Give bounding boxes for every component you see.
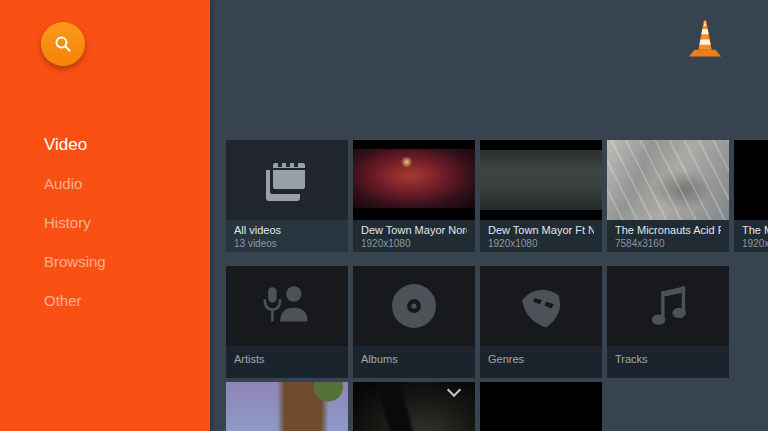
tile-caption: Genres (480, 346, 602, 378)
video-thumbnail (353, 382, 475, 431)
chevron-mark (447, 383, 461, 397)
video-thumbnail (734, 140, 768, 220)
artist-icon (226, 266, 348, 346)
tile-title: Genres (488, 353, 594, 366)
sidebar-item-browsing[interactable]: Browsing (0, 242, 210, 281)
tile-video-bunny[interactable] (226, 382, 348, 431)
tile-caption: The Micronauts Acid Party [0.. 7584x3160 (607, 220, 729, 252)
tile-title: All videos (234, 224, 340, 237)
tile-video-2[interactable]: Dew Town Mayor Ft Noël Ras.. 1920x1080 (480, 140, 602, 252)
search-button[interactable] (41, 22, 85, 66)
track-icon (607, 266, 729, 346)
tile-video-1[interactable]: Dew Town Mayor Nord Strea.. 1920x1080 (353, 140, 475, 252)
album-icon (353, 266, 475, 346)
tile-title: Dew Town Mayor Ft Noël Ras.. (488, 224, 594, 237)
tile-video-4[interactable]: The M 1920x1 (734, 140, 768, 252)
tile-caption: Dew Town Mayor Ft Noël Ras.. 1920x1080 (480, 220, 602, 252)
tile-all-videos[interactable]: All videos 13 videos (226, 140, 348, 252)
tile-title: Artists (234, 353, 340, 366)
sidebar-item-video[interactable]: Video (0, 125, 210, 164)
tile-subtitle: 13 videos (234, 238, 340, 250)
tile-subtitle: 1920x1080 (361, 238, 467, 250)
tile-title: The Micronauts Acid Party [0.. (615, 224, 721, 237)
tile-video-3[interactable]: The Micronauts Acid Party [0.. 7584x3160 (607, 140, 729, 252)
sidebar-item-audio[interactable]: Audio (0, 164, 210, 203)
tile-title: Albums (361, 353, 467, 366)
tile-caption: Artists (226, 346, 348, 378)
video-thumbnail (607, 140, 729, 220)
sidebar-menu: Video Audio History Browsing Other (0, 125, 210, 320)
tile-title: Tracks (615, 353, 721, 366)
video-thumbnail (353, 140, 475, 220)
tile-genres[interactable]: Genres (480, 266, 602, 378)
video-thumbnail (480, 382, 602, 431)
video-collection-icon (226, 140, 348, 220)
sidebar-item-other[interactable]: Other (0, 281, 210, 320)
tile-albums[interactable]: Albums (353, 266, 475, 378)
tile-caption: All videos 13 videos (226, 220, 348, 252)
genre-icon (480, 266, 602, 346)
vlc-cone-icon (686, 15, 724, 60)
video-thumbnail (226, 382, 348, 431)
tile-video-dark[interactable] (353, 382, 475, 431)
tile-tracks[interactable]: Tracks (607, 266, 729, 378)
tile-caption: Albums (353, 346, 475, 378)
tile-title: The M (742, 224, 768, 237)
search-icon (52, 33, 74, 55)
video-thumbnail (480, 140, 602, 220)
tile-artists[interactable]: Artists (226, 266, 348, 378)
tile-title: Dew Town Mayor Nord Strea.. (361, 224, 467, 237)
tile-subtitle: 7584x3160 (615, 238, 721, 250)
tile-caption: Tracks (607, 346, 729, 378)
tile-subtitle: 1920x1080 (488, 238, 594, 250)
tile-video-black[interactable] (480, 382, 602, 431)
tile-subtitle: 1920x1 (742, 238, 768, 250)
sidebar: Video Audio History Browsing Other (0, 0, 210, 431)
tile-caption: Dew Town Mayor Nord Strea.. 1920x1080 (353, 220, 475, 252)
sidebar-item-history[interactable]: History (0, 203, 210, 242)
tile-caption: The M 1920x1 (734, 220, 768, 252)
